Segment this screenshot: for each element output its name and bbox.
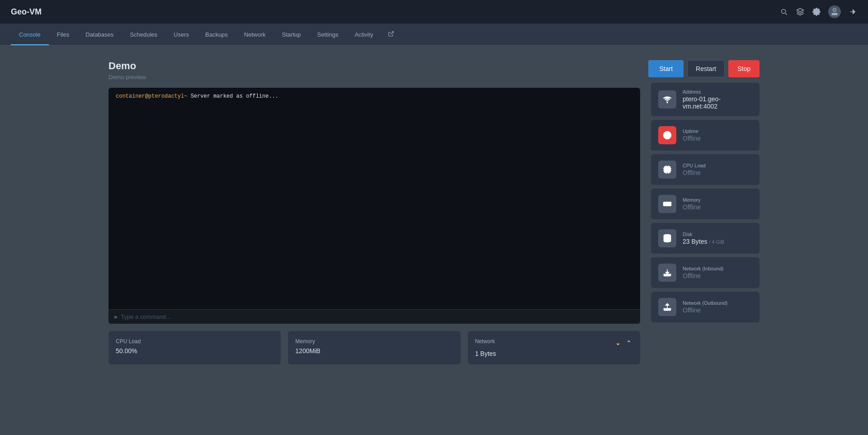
tab-settings[interactable]: Settings	[309, 24, 346, 45]
tab-files[interactable]: Files	[49, 24, 77, 45]
uptime-label: Uptime	[683, 128, 701, 134]
info-card-uptime-content: Uptime Offline	[683, 128, 701, 142]
outbound-label: Network (Outbound)	[683, 300, 727, 306]
outbound-value: Offline	[683, 307, 727, 314]
svg-rect-6	[666, 169, 669, 171]
memory-value: Offline	[683, 203, 701, 211]
stat-network-value: 1 Bytes	[475, 350, 633, 357]
info-card-cpu-content: CPU Load Offline	[683, 163, 706, 176]
start-button[interactable]: Start	[648, 60, 684, 77]
address-value: ptero-01.geo-vm.net:4002	[683, 95, 752, 110]
svg-point-1	[833, 9, 836, 12]
info-card-outbound-content: Network (Outbound) Offline	[683, 300, 727, 314]
info-card-memory: Memory Offline	[651, 189, 760, 219]
download-icon	[658, 264, 676, 282]
disk-value: 23 Bytes / 4 GiB	[683, 238, 724, 245]
tab-console[interactable]: Console	[11, 24, 49, 45]
info-card-uptime: Uptime Offline	[651, 120, 760, 151]
memory-label: Memory	[683, 197, 701, 203]
info-card-address-content: Address ptero-01.geo-vm.net:4002	[683, 89, 752, 110]
console-input[interactable]	[121, 313, 635, 320]
stop-button[interactable]: Stop	[728, 60, 760, 77]
stat-network-icons	[614, 339, 633, 347]
cpu-load-value: Offline	[683, 169, 706, 176]
console-message: Server marked as offline...	[187, 93, 278, 99]
layers-icon[interactable]	[796, 7, 805, 16]
network-outbound-icon[interactable]	[625, 339, 633, 347]
info-card-memory-content: Memory Offline	[683, 197, 701, 211]
stat-memory-value: 1200MiB	[295, 347, 453, 355]
stat-cpu-value: 50.00%	[116, 347, 274, 355]
server-subtitle: Demo preview	[108, 74, 640, 80]
console-prompt: container@pterodactyl~	[116, 93, 187, 99]
action-buttons: Start Restart Stop	[651, 60, 760, 77]
gear-icon[interactable]	[812, 7, 821, 16]
svg-line-2	[390, 32, 393, 34]
avatar-icon[interactable]	[828, 5, 841, 18]
cpu-icon	[658, 161, 676, 179]
tab-databases[interactable]: Databases	[77, 24, 122, 45]
search-icon[interactable]	[779, 7, 788, 16]
stat-cpu-title: CPU Load	[116, 338, 274, 345]
server-name: Demo	[108, 60, 640, 72]
info-card-inbound-content: Network (Inbound) Offline	[683, 266, 724, 279]
network-inbound-icon[interactable]	[614, 339, 622, 347]
console-wrapper: container@pterodactyl~ Server marked as …	[108, 88, 640, 324]
console-body: container@pterodactyl~ Server marked as …	[108, 88, 640, 309]
tab-startup[interactable]: Startup	[274, 24, 309, 45]
svg-rect-15	[664, 202, 671, 206]
top-bar: Geo-VM	[0, 0, 868, 24]
info-card-cpu: CPU Load Offline	[651, 154, 760, 185]
tab-schedules[interactable]: Schedules	[122, 24, 165, 45]
inbound-value: Offline	[683, 272, 724, 279]
stat-card-memory: Memory 1200MiB	[288, 331, 460, 364]
cpu-load-label: CPU Load	[683, 163, 706, 168]
disk-label: Disk	[683, 232, 724, 237]
svg-point-3	[667, 102, 668, 103]
tab-network[interactable]: Network	[236, 24, 274, 45]
disk-icon	[658, 229, 676, 247]
tab-users[interactable]: Users	[165, 24, 197, 45]
upload-icon	[658, 298, 676, 316]
right-panel: Start Restart Stop Address ptero-01.geo-…	[651, 60, 760, 364]
stat-card-network: Network 1 Bytes	[468, 331, 640, 364]
info-card-disk-content: Disk 23 Bytes / 4 GiB	[683, 232, 724, 245]
app-title: Geo-VM	[11, 7, 42, 17]
external-link-icon[interactable]	[848, 7, 857, 16]
info-card-network-inbound: Network (Inbound) Offline	[651, 257, 760, 288]
inbound-label: Network (Inbound)	[683, 266, 724, 271]
stat-memory-title: Memory	[295, 338, 453, 345]
address-label: Address	[683, 89, 752, 95]
uptime-value: Offline	[683, 135, 701, 142]
stat-network-header: Network	[475, 338, 633, 347]
tab-navigation: Console Files Databases Schedules Users …	[0, 24, 868, 46]
stat-network-title: Network	[475, 338, 495, 345]
clock-icon	[658, 126, 676, 144]
info-card-address: Address ptero-01.geo-vm.net:4002	[651, 83, 760, 116]
main-content: Demo Demo preview container@pterodactyl~…	[0, 46, 868, 379]
restart-button[interactable]: Restart	[687, 60, 725, 77]
info-card-network-outbound: Network (Outbound) Offline	[651, 292, 760, 322]
stats-row: CPU Load 50.00% Memory 1200MiB Network	[108, 331, 640, 364]
console-input-bar: »	[108, 309, 640, 324]
console-prompt-icon: »	[114, 313, 117, 320]
tab-activity[interactable]: Activity	[346, 24, 381, 45]
tab-backups[interactable]: Backups	[197, 24, 236, 45]
memory-icon	[658, 195, 676, 213]
external-link-tab-icon[interactable]	[383, 24, 399, 45]
left-panel: Demo Demo preview container@pterodactyl~…	[108, 60, 640, 364]
wifi-icon	[658, 90, 676, 109]
info-card-disk: Disk 23 Bytes / 4 GiB	[651, 223, 760, 254]
top-bar-icons	[779, 5, 857, 18]
stat-card-cpu: CPU Load 50.00%	[108, 331, 281, 364]
